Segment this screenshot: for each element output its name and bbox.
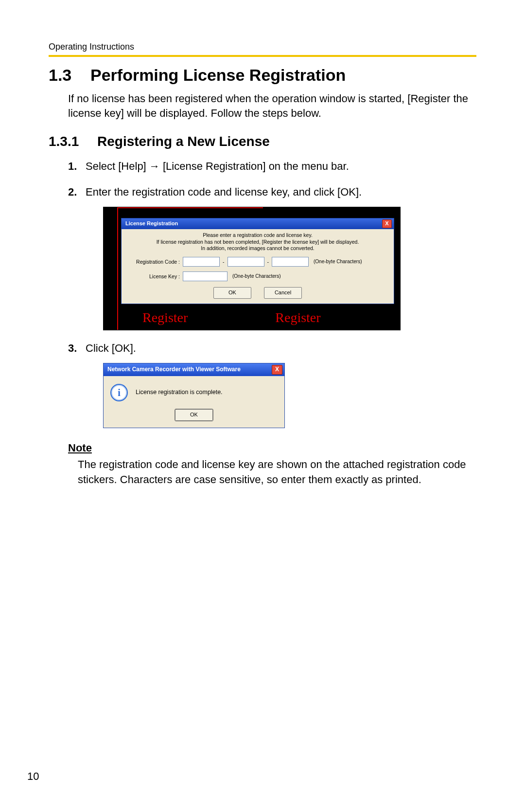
field-separator: - (267, 258, 269, 266)
section-heading: 1.3Performing License Registration (49, 66, 476, 85)
dialog-title: License Registration (125, 220, 382, 227)
running-header: Operating Instructions (49, 42, 476, 52)
ok-button[interactable]: OK (213, 287, 251, 299)
dialog-instruction-3: In addition, recorded images cannot be c… (126, 245, 389, 252)
step-1: 1. Select [Help] → [License Registration… (68, 159, 476, 174)
step-number: 3. (68, 341, 77, 356)
info-icon: i (110, 384, 128, 401)
step-number: 1. (68, 159, 77, 174)
registration-code-input-3[interactable] (272, 257, 309, 267)
cancel-button[interactable]: Cancel (264, 287, 302, 299)
step-text: Enter the registration code and license … (86, 186, 362, 198)
screenshot-background: License Registration X Please enter a re… (104, 207, 400, 330)
arrow-icon: → (149, 160, 160, 172)
step-text: Click [OK]. (86, 342, 136, 354)
registration-code-input-2[interactable] (228, 257, 264, 267)
screenshot-confirmation-dialog: Network Camera Recorder with Viewer Soft… (103, 363, 285, 428)
dialog-titlebar[interactable]: Network Camera Recorder with Viewer Soft… (104, 363, 284, 376)
annotation-text-row: Register Register (104, 304, 400, 327)
dialog-instruction-1: Please enter a registration code and lic… (126, 232, 389, 239)
dialog-body: Please enter a registration code and lic… (122, 229, 394, 304)
one-byte-hint: (One-byte Characters) (232, 273, 280, 280)
page-number: 10 (27, 770, 39, 783)
license-key-row: License Key : (One-byte Characters) (126, 271, 389, 281)
registration-code-row: Registration Code : - - (One-byte Charac… (126, 257, 389, 267)
step-text-pre: Select [Help] (86, 160, 149, 172)
section-number: 1.3 (49, 66, 90, 85)
dialog-instruction-2: If license registration has not been com… (126, 239, 389, 246)
dialog-button-row: OK (110, 409, 278, 421)
ok-button[interactable]: OK (175, 409, 213, 421)
one-byte-hint: (One-byte Characters) (314, 258, 362, 265)
step-text-post: [License Registration] on the menu bar. (160, 160, 349, 172)
document-page: Operating Instructions 1.3Performing Lic… (0, 0, 525, 812)
close-icon[interactable]: X (272, 365, 282, 375)
note-heading: Note (68, 442, 476, 454)
note-paragraph: The registration code and license key ar… (78, 457, 476, 487)
header-divider (49, 55, 476, 57)
annotation-line (117, 207, 263, 208)
section-title: Performing License Registration (90, 66, 346, 84)
registration-code-label: Registration Code : (126, 258, 183, 266)
license-registration-dialog: License Registration X Please enter a re… (121, 218, 394, 304)
subsection-title: Registering a New License (97, 134, 270, 149)
annotation-register-right: Register (275, 308, 320, 327)
confirmation-message: License registration is complete. (136, 388, 223, 397)
screenshot-license-registration-dialog: License Registration X Please enter a re… (103, 207, 401, 330)
step-list: 1. Select [Help] → [License Registration… (68, 159, 476, 428)
field-separator: - (223, 258, 225, 266)
dialog-button-row: OK Cancel (126, 287, 389, 299)
step-2: 2. Enter the registration code and licen… (68, 185, 476, 330)
license-key-label: License Key : (126, 273, 183, 280)
subsection-heading: 1.3.1Registering a New License (49, 134, 476, 149)
dialog-body: i License registration is complete. OK (104, 376, 284, 428)
close-icon[interactable]: X (382, 219, 392, 228)
dialog-titlebar[interactable]: License Registration X (122, 218, 394, 229)
annotation-line (117, 207, 118, 330)
step-3: 3. Click [OK]. Network Camera Recorder w… (68, 341, 476, 428)
registration-code-input-1[interactable] (183, 257, 220, 267)
license-key-input[interactable] (183, 271, 228, 281)
section-intro-paragraph: If no license has been registered when t… (68, 91, 476, 120)
message-row: i License registration is complete. (110, 384, 278, 401)
annotation-register-left: Register (142, 308, 188, 327)
dialog-title: Network Camera Recorder with Viewer Soft… (107, 365, 272, 374)
step-number: 2. (68, 185, 77, 200)
subsection-number: 1.3.1 (49, 134, 97, 149)
